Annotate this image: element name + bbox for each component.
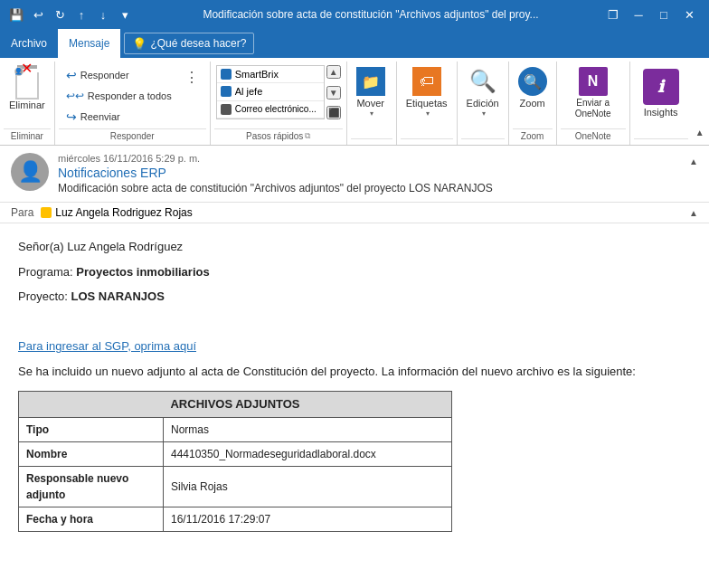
mover-content: 📁 Mover ▾ (351, 62, 392, 138)
etiquetas-content: 🏷 Etiquetas ▾ (401, 62, 453, 138)
email-datetime: miércoles 16/11/2016 5:29 p. m. (58, 153, 680, 164)
edicion-icon: 🔍 (468, 67, 497, 96)
insights-group-label (634, 138, 688, 145)
responder-todos-button[interactable]: ↩↩ Responder a todos (61, 86, 177, 106)
pasos-dialog-icon[interactable]: ⧉ (305, 131, 310, 141)
mover-dropdown-icon: ▾ (370, 109, 373, 118)
pasos-expand[interactable]: ⬛ (326, 106, 341, 119)
ribbon: ✕ 👤 Eliminar Eliminar ↩ Responder (0, 58, 709, 146)
ribbon-group-pasos-rapidos: SmartBrix Al jefe Correo electrónico... … (211, 62, 347, 145)
responder-button[interactable]: ↩ Responder (61, 65, 177, 85)
pasos-scroll-up[interactable]: ▲ (326, 65, 341, 79)
email-content-wrapper: 👤 miércoles 16/11/2016 5:29 p. m. Notifi… (0, 146, 709, 588)
eliminar-icon-area: ✕ 👤 (11, 67, 43, 100)
redo-icon[interactable]: ↻ (51, 5, 69, 24)
maximize-button[interactable]: □ (651, 2, 676, 27)
onenote-group-label: OneNote (561, 128, 626, 145)
email-to-collapse[interactable]: ▲ (689, 208, 698, 218)
email-subject: Modificación sobre acta de constitución … (58, 182, 680, 194)
pasos-rapidos-inner: SmartBrix Al jefe Correo electrónico... … (216, 65, 341, 119)
ribbon-collapse-button[interactable]: ▲ (692, 62, 708, 145)
up-icon[interactable]: ↑ (72, 5, 90, 24)
reenviar-button[interactable]: ↪ Reenviar (61, 107, 177, 127)
eliminar-group-label: Eliminar (4, 128, 51, 145)
respond-more-button[interactable]: ⋮ (179, 67, 204, 87)
user-icon: 👤 (14, 67, 24, 76)
insights-button[interactable]: ℹ Insights (636, 65, 686, 121)
pasos-scroll-down[interactable]: ▼ (326, 86, 341, 100)
menu-dropdown-icon[interactable]: ▾ (116, 5, 134, 24)
email-greeting: Señor(a) Luz Angela Rodríguez (18, 238, 691, 256)
to-contact-name[interactable]: Luz Angela Rodriguez Rojas (55, 206, 192, 219)
table-row: Tipo Normas (19, 417, 452, 441)
fecha-value: 16/11/2016 17:29:07 (164, 507, 452, 531)
email-header: 👤 miércoles 16/11/2016 5:29 p. m. Notifi… (0, 146, 709, 203)
responder-group-label: Responder (59, 128, 206, 145)
mover-group-label (351, 138, 392, 145)
qs-smartbrix[interactable]: SmartBrix (217, 66, 324, 83)
menu-mensaje[interactable]: Mensaje (58, 29, 120, 58)
responder-col: ↩ Responder ↩↩ Responder a todos ↪ Reenv… (61, 65, 177, 127)
ribbon-group-mover: 📁 Mover ▾ (347, 62, 397, 145)
etiquetas-button[interactable]: 🏷 Etiquetas ▾ (402, 65, 451, 119)
project-value: LOS NARANJOS (71, 289, 165, 303)
edicion-content: 🔍 Edición ▾ (461, 62, 505, 138)
etiquetas-label: Etiquetas (406, 98, 448, 109)
close-button[interactable]: ✕ (676, 2, 702, 27)
table-row: Responsable nuevo adjunto Silvia Rojas (19, 466, 452, 507)
edicion-group-label (461, 138, 505, 145)
email-meta: miércoles 16/11/2016 5:29 p. m. Notifica… (58, 153, 680, 194)
etiquetas-dropdown-icon: ▾ (426, 109, 430, 118)
respond-more-icon: ⋮ (184, 69, 199, 86)
send-onenote-button[interactable]: N Enviar a OneNote (562, 65, 624, 121)
down-icon[interactable]: ↓ (94, 5, 112, 24)
email-project-line: Proyecto: LOS NARANJOS (18, 288, 691, 306)
onenote-content: N Enviar a OneNote (561, 62, 626, 128)
qs-jefe-icon (221, 86, 232, 97)
email-attachments-table: ARCHIVOS ADJUNTOS Tipo Normas Nombre 444… (18, 391, 452, 532)
table-row: Nombre 44410350_Normadeseguridadlaboral.… (19, 441, 452, 466)
insights-content: ℹ Insights (634, 62, 688, 138)
reenviar-icon: ↪ (66, 109, 77, 124)
table-row: Fecha y hora 16/11/2016 17:29:07 (19, 507, 452, 531)
edicion-dropdown-icon: ▾ (482, 109, 486, 118)
title-bar: 💾 ↩ ↻ ↑ ↓ ▾ Modificación sobre acta de c… (0, 0, 709, 29)
email-description: Se ha incluido un nuevo adjunto al acta … (18, 363, 691, 381)
quick-access-toolbar: 💾 ↩ ↻ ↑ ↓ ▾ (7, 5, 134, 24)
edicion-button[interactable]: 🔍 Edición ▾ (463, 65, 503, 119)
ribbon-group-onenote: N Enviar a OneNote OneNote (557, 62, 630, 145)
table-header-row: ARCHIVOS ADJUNTOS (19, 392, 452, 418)
nombre-value: 44410350_Normadeseguridadlaboral.docx (164, 441, 452, 466)
email-body: Señor(a) Luz Angela Rodríguez Programa: … (0, 223, 709, 588)
menu-archivo[interactable]: Archivo (0, 29, 58, 58)
sgp-link[interactable]: Para ingresar al SGP, oprima aquí (18, 339, 196, 353)
ribbon-group-insights: ℹ Insights (630, 62, 692, 145)
email-program-line: Programa: Proyectos inmobiliarios (18, 263, 691, 281)
edicion-label: Edición (467, 98, 499, 109)
nombre-label: Nombre (19, 441, 164, 466)
qs-al-jefe[interactable]: Al jefe (217, 83, 324, 100)
restore-button[interactable]: ❐ (600, 2, 626, 27)
to-label: Para (11, 206, 33, 219)
zoom-icon: 🔍 (518, 67, 547, 96)
zoom-label: Zoom (520, 98, 545, 109)
responsable-value: Silvia Rojas (164, 466, 452, 507)
mover-icon: 📁 (356, 67, 385, 96)
mover-button[interactable]: 📁 Mover ▾ (353, 65, 389, 119)
pasos-arrows: ▲ ▼ ⬛ (326, 65, 341, 119)
undo-icon[interactable]: ↩ (29, 5, 47, 24)
etiquetas-group-label (401, 138, 453, 145)
email-sender[interactable]: Notificaciones ERP (58, 166, 680, 180)
eliminar-content: ✕ 👤 Eliminar (4, 62, 51, 128)
eliminar-button[interactable]: ✕ 👤 Eliminar (5, 65, 49, 112)
mover-label: Mover (356, 98, 384, 109)
tipo-value: Normas (164, 417, 452, 441)
save-icon[interactable]: 💾 (7, 5, 25, 24)
sender-avatar: 👤 (11, 153, 49, 191)
qs-correo[interactable]: Correo electrónico... (217, 101, 324, 119)
zoom-button[interactable]: 🔍 Zoom (515, 65, 551, 111)
trash-can-icon: ✕ (15, 72, 39, 100)
email-collapse-arrow[interactable]: ▲ (689, 153, 698, 194)
help-search[interactable]: 💡 ¿Qué desea hacer? (124, 33, 254, 54)
minimize-button[interactable]: ─ (626, 2, 651, 27)
